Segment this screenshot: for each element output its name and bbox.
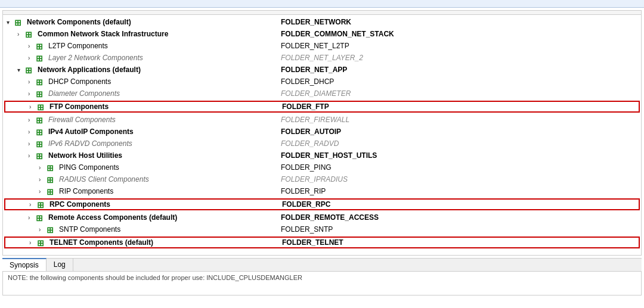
folder-icon xyxy=(37,200,47,209)
expand-arrow[interactable]: › xyxy=(28,153,34,159)
name-cell: FOLDER_RIP xyxy=(281,187,448,195)
row-description: Common Network Stack Infrastructure xyxy=(38,30,168,38)
name-cell: FOLDER_DIAMETER xyxy=(281,89,448,98)
tree-row[interactable]: ›Layer 2 Network ComponentsFOLDER_NET_LA… xyxy=(3,52,641,64)
tree-body: ▾Network Components (default)FOLDER_NETW… xyxy=(3,15,641,251)
expand-arrow[interactable]: › xyxy=(39,226,45,233)
tree-row[interactable]: ›Common Network Stack InfrastructureFOLD… xyxy=(3,28,641,40)
folder-icon xyxy=(36,89,45,98)
folder-icon xyxy=(36,42,45,50)
tree-container[interactable]: ▾Network Components (default)FOLDER_NETW… xyxy=(2,10,642,256)
folder-icon xyxy=(36,139,45,148)
name-cell: FOLDER_PING xyxy=(281,163,448,172)
tree-row[interactable]: ›RPC ComponentsFOLDER_RPC xyxy=(4,198,640,210)
name-cell: FOLDER_REMOTE_ACCESS xyxy=(281,213,448,222)
main-container: ▾Network Components (default)FOLDER_NETW… xyxy=(0,8,644,298)
expand-arrow[interactable]: › xyxy=(28,79,34,85)
tree-row[interactable]: ›DHCP ComponentsFOLDER_DHCP xyxy=(3,76,641,88)
expand-arrow[interactable]: › xyxy=(28,43,34,49)
tree-row[interactable]: ▾Network Applications (default)FOLDER_NE… xyxy=(3,64,641,76)
desc-cell: ▾Network Applications (default) xyxy=(7,66,281,74)
desc-cell: ›Common Network Stack Infrastructure xyxy=(7,30,281,38)
name-cell: FOLDER_FTP xyxy=(282,102,449,111)
tree-row[interactable]: ›Firewall ComponentsFOLDER_FIREWALL xyxy=(3,114,641,126)
expand-arrow[interactable]: › xyxy=(39,176,45,183)
desc-cell: ›Remote Access Components (default) xyxy=(7,213,281,222)
name-cell: FOLDER_NET_APP xyxy=(281,66,448,74)
name-cell: FOLDER_NET_HOST_UTILS xyxy=(281,151,448,160)
folder-icon xyxy=(47,175,56,183)
row-description: Network Host Utilities xyxy=(48,151,122,160)
expand-arrow[interactable]: › xyxy=(28,117,34,123)
expand-arrow[interactable]: › xyxy=(39,188,45,195)
expand-arrow[interactable]: ▾ xyxy=(17,67,23,73)
title-bar xyxy=(0,0,644,8)
expand-arrow[interactable]: › xyxy=(28,214,34,221)
name-cell: FOLDER_COMMON_NET_STACK xyxy=(281,30,448,38)
tree-row[interactable]: ›RADIUS Client ComponentsFOLDER_IPRADIUS xyxy=(3,173,641,185)
name-cell: FOLDER_RADVD xyxy=(281,139,448,148)
row-description: IPv4 AutoIP Components xyxy=(48,127,134,136)
name-cell: FOLDER_TELNET xyxy=(282,238,449,247)
expand-arrow[interactable]: › xyxy=(17,31,23,38)
folder-icon xyxy=(47,225,56,234)
tree-row[interactable]: ›Remote Access Components (default)FOLDE… xyxy=(3,211,641,223)
name-cell: FOLDER_NET_L2TP xyxy=(281,42,448,50)
tree-row[interactable]: ›Diameter ComponentsFOLDER_DIAMETER xyxy=(3,88,641,99)
row-description: PING Components xyxy=(59,163,119,172)
desc-cell: ›RADIUS Client Components xyxy=(7,175,281,183)
desc-cell: ›RPC Components xyxy=(8,200,282,209)
folder-icon xyxy=(36,116,45,124)
tree-row[interactable]: ›TELNET Components (default)FOLDER_TELNE… xyxy=(4,237,640,248)
expand-arrow[interactable]: › xyxy=(29,201,35,208)
desc-cell: ›PING Components xyxy=(7,163,281,172)
row-description: Network Applications (default) xyxy=(38,66,141,74)
expand-arrow[interactable]: › xyxy=(29,239,35,246)
folder-icon xyxy=(47,187,56,195)
tree-header xyxy=(3,11,641,15)
name-cell: FOLDER_IPRADIUS xyxy=(281,175,448,183)
expand-arrow[interactable]: › xyxy=(28,141,34,147)
desc-cell: ›Layer 2 Network Components xyxy=(7,54,281,62)
row-description: L2TP Components xyxy=(48,42,108,50)
row-description: Remote Access Components (default) xyxy=(48,213,177,222)
tree-row[interactable]: ›PING ComponentsFOLDER_PING xyxy=(3,161,641,173)
desc-cell: ›TELNET Components (default) xyxy=(8,238,282,247)
tree-row[interactable]: ›SNTP ComponentsFOLDER_SNTP xyxy=(3,223,641,235)
row-description: Layer 2 Network Components xyxy=(48,54,143,62)
folder-icon xyxy=(36,213,45,222)
tree-row[interactable]: ▾Network Components (default)FOLDER_NETW… xyxy=(3,16,641,28)
desc-cell: ›Diameter Components xyxy=(7,89,281,98)
tree-row[interactable]: ›L2TP ComponentsFOLDER_NET_L2TP xyxy=(3,40,641,52)
row-description: Network Components (default) xyxy=(27,18,131,26)
tree-row[interactable]: ›Network Host UtilitiesFOLDER_NET_HOST_U… xyxy=(3,150,641,161)
tree-row[interactable]: ›RIP ComponentsFOLDER_RIP xyxy=(3,185,641,197)
expand-arrow[interactable]: › xyxy=(29,104,35,110)
folder-icon xyxy=(37,238,47,247)
row-description: TELNET Components (default) xyxy=(49,238,153,247)
name-cell: FOLDER_AUTOIP xyxy=(281,127,448,136)
name-cell: FOLDER_SNTP xyxy=(281,225,448,234)
row-description: SNTP Components xyxy=(59,225,120,234)
bottom-tab[interactable]: Synopsis xyxy=(2,258,47,271)
expand-arrow[interactable]: › xyxy=(28,55,34,61)
row-description: DHCP Components xyxy=(48,77,111,86)
tree-row[interactable]: ›IPv6 RADVD ComponentsFOLDER_RADVD xyxy=(3,138,641,150)
tree-row[interactable]: ›IPv4 AutoIP ComponentsFOLDER_AUTOIP xyxy=(3,126,641,138)
desc-cell: ›Network Host Utilities xyxy=(7,151,281,160)
desc-cell: ▾Network Components (default) xyxy=(7,18,281,26)
tree-row[interactable]: ›FTP ComponentsFOLDER_FTP xyxy=(4,101,640,113)
expand-arrow[interactable]: › xyxy=(28,129,34,135)
row-description: RIP Components xyxy=(59,187,113,195)
name-cell: FOLDER_NETWORK xyxy=(281,18,448,26)
folder-icon xyxy=(25,30,35,38)
expand-arrow[interactable]: ▾ xyxy=(7,19,13,26)
row-description: FTP Components xyxy=(49,102,109,111)
expand-arrow[interactable]: › xyxy=(39,164,45,171)
bottom-tab[interactable]: Log xyxy=(47,259,73,271)
expand-arrow[interactable]: › xyxy=(28,91,34,97)
bottom-panel: SynopsisLog NOTE: the following componen… xyxy=(2,258,642,295)
desc-cell: ›IPv4 AutoIP Components xyxy=(7,127,281,136)
bottom-tabs: SynopsisLog xyxy=(2,259,642,272)
desc-cell: ›L2TP Components xyxy=(7,42,281,50)
